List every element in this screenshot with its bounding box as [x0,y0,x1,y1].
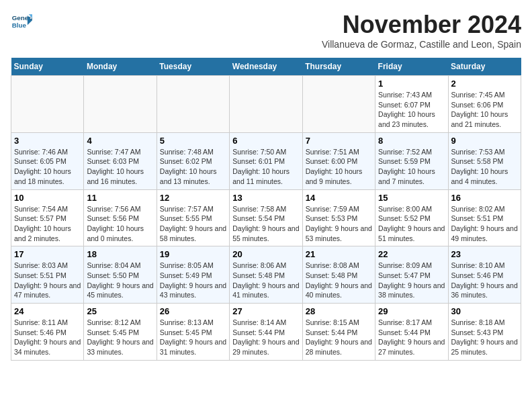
day-number: 30 [451,306,518,316]
day-number: 22 [378,249,445,259]
day-number: 28 [306,306,372,316]
calendar-cell [302,76,375,133]
calendar-cell: 4Sunrise: 7:47 AM Sunset: 6:03 PM Daylig… [84,132,157,189]
day-info: Sunrise: 7:46 AM Sunset: 6:05 PM Dayligh… [14,147,81,187]
day-info: Sunrise: 8:03 AM Sunset: 5:51 PM Dayligh… [14,261,81,300]
calendar-cell: 12Sunrise: 7:57 AM Sunset: 5:55 PM Dayli… [157,189,229,246]
day-info: Sunrise: 7:59 AM Sunset: 5:53 PM Dayligh… [306,204,372,244]
logo-icon: General Blue [11,11,32,32]
day-info: Sunrise: 7:43 AM Sunset: 6:07 PM Dayligh… [378,90,445,130]
day-info: Sunrise: 8:11 AM Sunset: 5:46 PM Dayligh… [14,318,81,357]
day-info: Sunrise: 7:57 AM Sunset: 5:55 PM Dayligh… [160,204,226,244]
calendar-cell: 3Sunrise: 7:46 AM Sunset: 6:05 PM Daylig… [11,132,84,189]
day-number: 16 [451,193,518,203]
day-number: 14 [306,193,372,203]
day-number: 20 [232,249,299,259]
calendar-cell: 16Sunrise: 8:02 AM Sunset: 5:51 PM Dayli… [448,189,521,246]
day-number: 4 [87,136,153,146]
day-info: Sunrise: 8:10 AM Sunset: 5:46 PM Dayligh… [451,261,518,300]
calendar-week-4: 24Sunrise: 8:11 AM Sunset: 5:46 PM Dayli… [11,304,521,361]
calendar-cell: 13Sunrise: 7:58 AM Sunset: 5:54 PM Dayli… [230,189,302,246]
calendar-cell [157,76,229,133]
calendar-cell: 1Sunrise: 7:43 AM Sunset: 6:07 PM Daylig… [375,76,448,133]
calendar-week-1: 3Sunrise: 7:46 AM Sunset: 6:05 PM Daylig… [11,132,521,189]
day-info: Sunrise: 7:47 AM Sunset: 6:03 PM Dayligh… [87,147,153,187]
calendar-cell [11,76,84,133]
calendar-cell [84,76,157,133]
day-info: Sunrise: 8:08 AM Sunset: 5:48 PM Dayligh… [306,261,372,300]
day-number: 7 [306,136,372,146]
day-info: Sunrise: 8:14 AM Sunset: 5:44 PM Dayligh… [232,318,299,357]
calendar-cell: 30Sunrise: 8:18 AM Sunset: 5:43 PM Dayli… [448,304,521,361]
calendar-cell: 15Sunrise: 8:00 AM Sunset: 5:52 PM Dayli… [375,189,448,246]
calendar-cell: 7Sunrise: 7:51 AM Sunset: 6:00 PM Daylig… [302,132,375,189]
day-number: 2 [451,79,518,89]
day-number: 10 [14,193,81,203]
calendar-cell: 5Sunrise: 7:48 AM Sunset: 6:02 PM Daylig… [157,132,229,189]
day-number: 6 [232,136,299,146]
calendar-week-0: 1Sunrise: 7:43 AM Sunset: 6:07 PM Daylig… [11,76,521,133]
day-info: Sunrise: 7:56 AM Sunset: 5:56 PM Dayligh… [87,204,153,244]
day-info: Sunrise: 8:04 AM Sunset: 5:50 PM Dayligh… [87,261,153,300]
subtitle: Villanueva de Gormaz, Castille and Leon,… [322,39,521,50]
day-info: Sunrise: 8:00 AM Sunset: 5:52 PM Dayligh… [378,204,445,244]
calendar-cell: 11Sunrise: 7:56 AM Sunset: 5:56 PM Dayli… [84,189,157,246]
calendar-cell: 27Sunrise: 8:14 AM Sunset: 5:44 PM Dayli… [230,304,302,361]
col-header-monday: Monday [84,58,157,76]
col-header-thursday: Thursday [302,58,375,76]
day-number: 3 [14,136,81,146]
col-header-tuesday: Tuesday [157,58,229,76]
calendar-cell: 8Sunrise: 7:52 AM Sunset: 5:59 PM Daylig… [375,132,448,189]
day-info: Sunrise: 8:05 AM Sunset: 5:49 PM Dayligh… [160,261,226,300]
day-info: Sunrise: 8:09 AM Sunset: 5:47 PM Dayligh… [378,261,445,300]
calendar-cell: 21Sunrise: 8:08 AM Sunset: 5:48 PM Dayli… [302,246,375,304]
logo: General Blue [11,11,32,32]
day-number: 19 [160,249,226,259]
day-info: Sunrise: 7:51 AM Sunset: 6:00 PM Dayligh… [306,147,372,187]
col-header-saturday: Saturday [448,58,521,76]
day-number: 11 [87,193,153,203]
calendar-cell: 22Sunrise: 8:09 AM Sunset: 5:47 PM Dayli… [375,246,448,304]
day-info: Sunrise: 7:52 AM Sunset: 5:59 PM Dayligh… [378,147,445,187]
day-info: Sunrise: 8:02 AM Sunset: 5:51 PM Dayligh… [451,204,518,244]
day-info: Sunrise: 8:18 AM Sunset: 5:43 PM Dayligh… [451,318,518,357]
col-header-wednesday: Wednesday [230,58,302,76]
day-info: Sunrise: 7:54 AM Sunset: 5:57 PM Dayligh… [14,204,81,244]
day-info: Sunrise: 7:50 AM Sunset: 6:01 PM Dayligh… [232,147,299,187]
day-number: 17 [14,249,81,259]
calendar-cell: 20Sunrise: 8:06 AM Sunset: 5:48 PM Dayli… [230,246,302,304]
day-number: 18 [87,249,153,259]
day-info: Sunrise: 8:06 AM Sunset: 5:48 PM Dayligh… [232,261,299,300]
page-header: General Blue November 2024 Villanueva de… [11,11,521,55]
calendar-week-2: 10Sunrise: 7:54 AM Sunset: 5:57 PM Dayli… [11,189,521,246]
calendar-cell: 6Sunrise: 7:50 AM Sunset: 6:01 PM Daylig… [230,132,302,189]
day-number: 24 [14,306,81,316]
day-number: 5 [160,136,226,146]
day-number: 12 [160,193,226,203]
day-number: 8 [378,136,445,146]
calendar-cell: 25Sunrise: 8:12 AM Sunset: 5:45 PM Dayli… [84,304,157,361]
calendar-cell: 10Sunrise: 7:54 AM Sunset: 5:57 PM Dayli… [11,189,84,246]
day-number: 9 [451,136,518,146]
day-info: Sunrise: 8:17 AM Sunset: 5:44 PM Dayligh… [378,318,445,357]
day-info: Sunrise: 7:58 AM Sunset: 5:54 PM Dayligh… [232,204,299,244]
day-number: 21 [306,249,372,259]
day-number: 13 [232,193,299,203]
day-number: 1 [378,79,445,89]
day-info: Sunrise: 7:48 AM Sunset: 6:02 PM Dayligh… [160,147,226,187]
day-info: Sunrise: 8:12 AM Sunset: 5:45 PM Dayligh… [87,318,153,357]
day-info: Sunrise: 7:45 AM Sunset: 6:06 PM Dayligh… [451,90,518,130]
day-number: 26 [160,306,226,316]
calendar-cell: 14Sunrise: 7:59 AM Sunset: 5:53 PM Dayli… [302,189,375,246]
day-info: Sunrise: 8:15 AM Sunset: 5:44 PM Dayligh… [306,318,372,357]
calendar-cell: 24Sunrise: 8:11 AM Sunset: 5:46 PM Dayli… [11,304,84,361]
calendar-cell: 23Sunrise: 8:10 AM Sunset: 5:46 PM Dayli… [448,246,521,304]
day-number: 15 [378,193,445,203]
title-block: November 2024 Villanueva de Gormaz, Cast… [322,11,521,55]
calendar-table: SundayMondayTuesdayWednesdayThursdayFrid… [11,58,521,361]
month-title: November 2024 [322,11,521,39]
calendar-cell: 9Sunrise: 7:53 AM Sunset: 5:58 PM Daylig… [448,132,521,189]
calendar-cell [230,76,302,133]
calendar-cell: 26Sunrise: 8:13 AM Sunset: 5:45 PM Dayli… [157,304,229,361]
svg-text:Blue: Blue [12,21,27,29]
